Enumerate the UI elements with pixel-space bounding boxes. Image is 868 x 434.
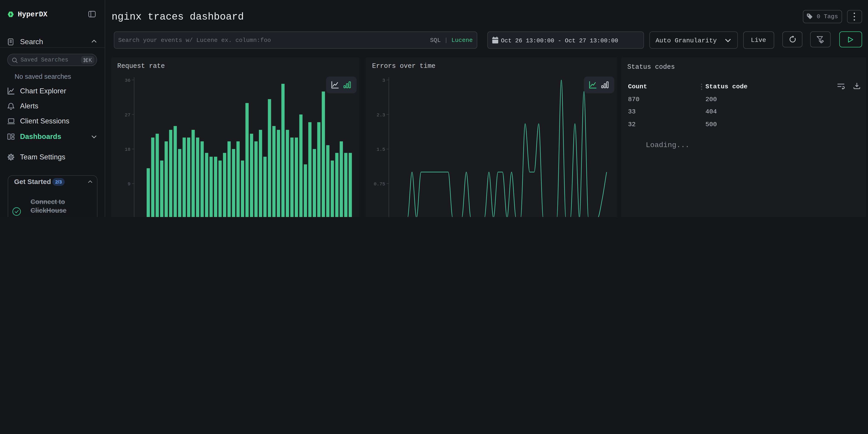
svg-text:1.5: 1.5 [377, 147, 385, 152]
svg-text:0: 0 [127, 216, 130, 217]
svg-text:3: 3 [382, 78, 385, 83]
svg-text:0: 0 [382, 216, 385, 217]
svg-text:18: 18 [125, 147, 130, 152]
svg-text:27: 27 [125, 113, 130, 118]
svg-text:2.3: 2.3 [377, 113, 385, 118]
svg-text:9: 9 [127, 182, 130, 187]
svg-text:36: 36 [125, 78, 130, 83]
svg-text:0.75: 0.75 [374, 182, 385, 187]
